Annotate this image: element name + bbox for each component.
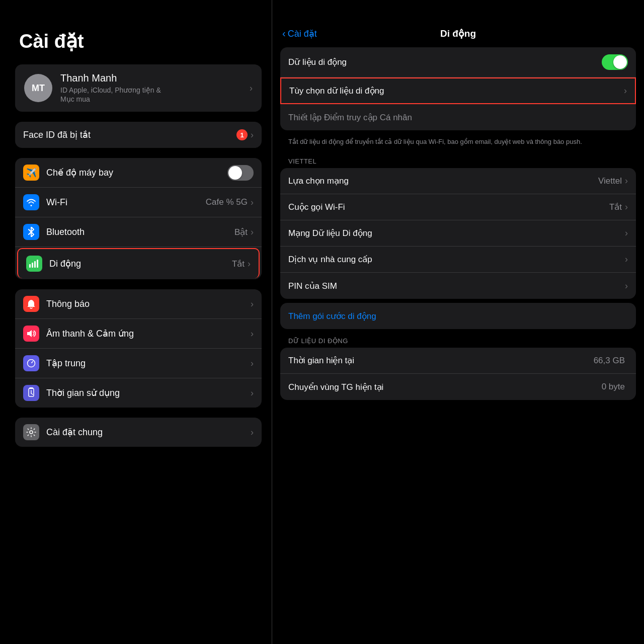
chevron-right-icon: ›	[251, 329, 254, 339]
back-button[interactable]: ‹ Cài đặt	[282, 28, 317, 39]
chevron-right-icon: ›	[251, 130, 254, 140]
screen-time-icon	[23, 385, 39, 401]
network-select-row[interactable]: Lựa chọn mạng Viettel ›	[280, 168, 636, 194]
chevron-right-icon: ›	[248, 259, 251, 269]
wifi-value: Cafe % 5G	[206, 197, 248, 207]
add-plan-label: Thêm gói cước di động	[288, 311, 628, 321]
general-row[interactable]: Cài đặt chung ›	[15, 418, 262, 447]
mobile-row[interactable]: Di động Tắt ›	[17, 248, 260, 278]
network-select-label: Lựa chọn mạng	[288, 176, 598, 186]
general-label: Cài đặt chung	[46, 427, 251, 438]
back-label: Cài đặt	[288, 28, 317, 39]
sim-pin-label: PIN của SIM	[288, 281, 625, 291]
top-data-group: Dữ liệu di động Tùy chọn dữ liệu di động…	[280, 47, 636, 130]
right-panel: ‹ Cài đặt Di động Dữ liệu di động Tùy ch…	[272, 0, 644, 644]
bluetooth-row[interactable]: Bluetooth Bật ›	[15, 217, 262, 247]
mobile-data-row[interactable]: Dữ liệu di động	[280, 47, 636, 77]
current-period-row[interactable]: Thời gian hiện tại 66,3 GB	[280, 348, 636, 374]
mobile-data-description: Tắt dữ liệu di động để truyền tắt cả dữ …	[280, 134, 636, 153]
chevron-right-icon: ›	[625, 281, 628, 291]
viettel-group: Lựa chọn mạng Viettel › Cuộc gọi Wi-Fi T…	[280, 168, 636, 299]
sound-row[interactable]: Âm thanh & Cảm ứng ›	[15, 319, 262, 349]
chevron-right-icon: ›	[251, 227, 254, 237]
airplane-label: Chế độ máy bay	[46, 167, 223, 178]
data-section-label: DỮ LIỆU DI ĐỘNG	[280, 333, 636, 348]
toggle-knob	[228, 166, 242, 180]
svg-rect-2	[34, 261, 36, 268]
mobile-network-row[interactable]: Mạng Dữ liệu Di động ›	[280, 220, 636, 247]
mobile-options-label: Tùy chọn dữ liệu di động	[289, 86, 624, 96]
notifications-group: Thông báo › Âm thanh & Cảm ứng ›	[15, 289, 262, 408]
wifi-call-row[interactable]: Cuộc gọi Wi-Fi Tắt ›	[280, 194, 636, 220]
sim-pin-row[interactable]: PIN của SIM ›	[280, 273, 636, 299]
add-plan-row[interactable]: Thêm gói cước di động	[280, 303, 636, 329]
svg-point-9	[30, 431, 33, 434]
account-subtitle: ID Apple, iCloud, Phương tiện &Mục mua	[60, 86, 250, 104]
notifications-row[interactable]: Thông báo ›	[15, 289, 262, 319]
mobile-network-label: Mạng Dữ liệu Di động	[288, 228, 625, 238]
notifications-icon	[23, 296, 39, 312]
account-info: Thanh Manh ID Apple, iCloud, Phương tiện…	[60, 72, 250, 104]
svg-line-8	[31, 393, 33, 394]
chevron-right-icon: ›	[251, 427, 254, 438]
airplane-toggle[interactable]	[227, 165, 254, 181]
mobile-icon	[26, 256, 42, 272]
viettel-section-label: VIETTEL	[280, 153, 636, 168]
account-card[interactable]: MT Thanh Manh ID Apple, iCloud, Phương t…	[15, 64, 262, 112]
airplane-row[interactable]: ✈️ Chế độ máy bay	[15, 158, 262, 188]
mobile-value: Tắt	[232, 259, 245, 269]
current-roaming-row[interactable]: Chuyển vùng TG hiện tại 0 byte	[280, 374, 636, 400]
network-select-value: Viettel	[598, 176, 622, 186]
chevron-right-icon: ›	[251, 388, 254, 398]
face-id-label: Face ID đã bị tắt	[23, 129, 236, 140]
face-id-row[interactable]: Face ID đã bị tắt 1 ›	[15, 122, 262, 148]
chevron-right-icon: ›	[250, 83, 253, 94]
mobile-label: Di động	[49, 258, 232, 269]
current-roaming-label: Chuyển vùng TG hiện tại	[288, 382, 602, 392]
chevron-right-icon: ›	[251, 299, 254, 309]
chevron-right-icon: ›	[625, 176, 628, 186]
data-usage-group: Thời gian hiện tại 66,3 GB Chuyển vùng T…	[280, 348, 636, 400]
current-period-value: 66,3 GB	[594, 356, 625, 366]
face-id-group: Face ID đã bị tắt 1 ›	[15, 122, 262, 148]
svg-rect-3	[37, 260, 38, 268]
screen-time-row[interactable]: Thời gian sử dụng ›	[15, 378, 262, 408]
back-chevron-icon: ‹	[282, 28, 286, 39]
bluetooth-value: Bật	[234, 227, 248, 237]
focus-icon	[23, 355, 39, 371]
current-roaming-value: 0 byte	[602, 382, 625, 392]
chevron-right-icon: ›	[624, 86, 627, 96]
chevron-right-icon: ›	[251, 197, 254, 208]
wifi-label: Wi-Fi	[46, 197, 206, 208]
chevron-right-icon: ›	[625, 228, 628, 238]
sound-icon	[23, 326, 39, 342]
bluetooth-label: Bluetooth	[46, 227, 234, 237]
chevron-right-icon: ›	[251, 358, 254, 369]
focus-row[interactable]: Tập trung ›	[15, 349, 262, 378]
airplane-icon: ✈️	[23, 165, 39, 181]
mobile-data-toggle[interactable]	[602, 54, 628, 70]
carrier-service-row[interactable]: Dịch vụ nhà cung cấp ›	[280, 247, 636, 273]
svg-rect-1	[32, 263, 33, 268]
screen-time-label: Thời gian sử dụng	[46, 387, 251, 398]
avatar: MT	[24, 74, 52, 102]
chevron-right-icon: ›	[625, 202, 628, 212]
svg-rect-0	[29, 264, 31, 268]
face-id-badge: 1	[236, 129, 248, 140]
mobile-options-row[interactable]: Tùy chọn dữ liệu di động ›	[280, 77, 636, 104]
wifi-row[interactable]: Wi-Fi Cafe % 5G ›	[15, 188, 262, 217]
right-content: Dữ liệu di động Tùy chọn dữ liệu di động…	[272, 47, 644, 644]
sound-label: Âm thanh & Cảm ứng	[46, 328, 251, 339]
wifi-call-value: Tắt	[609, 202, 622, 212]
left-panel: Cài đặt MT Thanh Manh ID Apple, iCloud, …	[0, 0, 272, 644]
mobile-data-label: Dữ liệu di động	[288, 57, 598, 67]
hotspot-row[interactable]: Thiết lập Điểm truy cập Cá nhân	[280, 104, 636, 130]
add-plan-group: Thêm gói cước di động	[280, 303, 636, 329]
general-group: Cài đặt chung ›	[15, 418, 262, 447]
current-period-label: Thời gian hiện tại	[288, 355, 594, 366]
wifi-call-label: Cuộc gọi Wi-Fi	[288, 202, 609, 212]
focus-label: Tập trung	[46, 358, 251, 369]
hotspot-label: Thiết lập Điểm truy cập Cá nhân	[288, 112, 628, 123]
general-icon	[23, 424, 39, 440]
bluetooth-icon	[23, 224, 39, 240]
